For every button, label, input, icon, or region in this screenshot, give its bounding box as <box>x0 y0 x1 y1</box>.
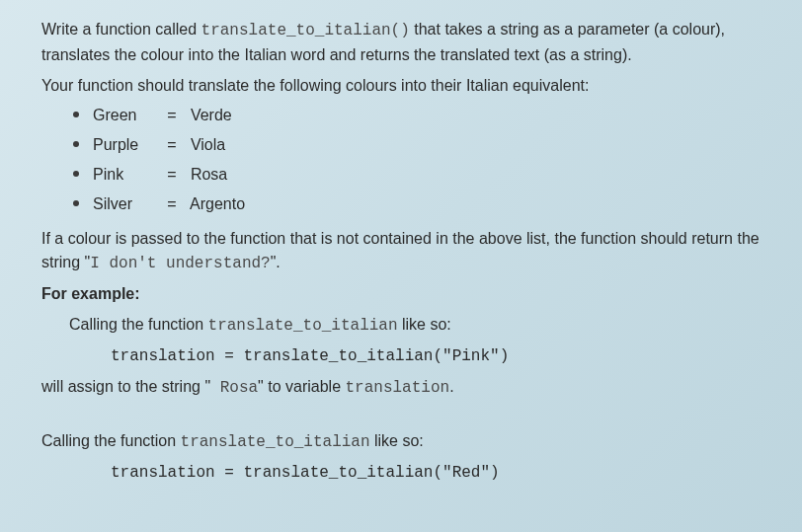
result-post: . <box>449 378 453 395</box>
function-name: translate_to_italian <box>208 317 398 335</box>
function-signature: translate_to_italian() <box>201 22 410 39</box>
colour-it: Viola <box>191 136 225 153</box>
list-item: Purple= Viola <box>71 133 774 158</box>
fallback-paragraph: If a colour is passed to the function th… <box>41 227 774 277</box>
intro-paragraph: Write a function called translate_to_ita… <box>41 18 774 68</box>
example1-result: will assign to the string " Rosa" to var… <box>41 375 774 401</box>
call-pre: Calling the function <box>69 316 208 333</box>
equals: = <box>162 163 182 188</box>
intro-text-pre: Write a function called <box>41 21 201 38</box>
equals: = <box>162 192 182 217</box>
colour-en: Purple <box>93 133 162 158</box>
example2-code: translation = translate_to_italian("Red"… <box>41 461 774 486</box>
example1-call: Calling the function translate_to_italia… <box>41 313 774 339</box>
colour-en: Pink <box>93 163 162 188</box>
list-item: Pink= Rosa <box>71 163 774 188</box>
colour-en: Green <box>93 104 162 128</box>
list-item: Green= Verde <box>71 104 774 128</box>
colour-it: Rosa <box>191 166 227 183</box>
equals: = <box>162 133 182 158</box>
list-item: Silver= Argento <box>71 192 774 217</box>
fallback-post: ". <box>271 254 281 270</box>
colour-en: Silver <box>93 192 162 217</box>
result-code: Rosa <box>210 379 258 397</box>
call-post: like so: <box>370 432 424 449</box>
equals: = <box>162 104 182 128</box>
example1-code: translation = translate_to_italian("Pink… <box>41 344 774 369</box>
function-name: translate_to_italian <box>181 433 370 451</box>
example2-call: Calling the function translate_to_italia… <box>41 429 774 455</box>
result-pre: will assign to the string " <box>41 378 210 395</box>
result-var: translation <box>346 379 450 397</box>
colour-it: Argento <box>190 195 245 212</box>
colour-it: Verde <box>191 107 232 123</box>
colour-list: Green= Verde Purple= Viola Pink= Rosa Si… <box>41 104 774 216</box>
call-pre: Calling the function <box>41 432 181 449</box>
example-heading: For example: <box>41 282 774 307</box>
translate-list-intro: Your function should translate the follo… <box>41 74 774 99</box>
result-mid: " to variable <box>258 378 345 395</box>
fallback-code: I don't understand? <box>90 255 270 272</box>
call-post: like so: <box>398 316 451 333</box>
